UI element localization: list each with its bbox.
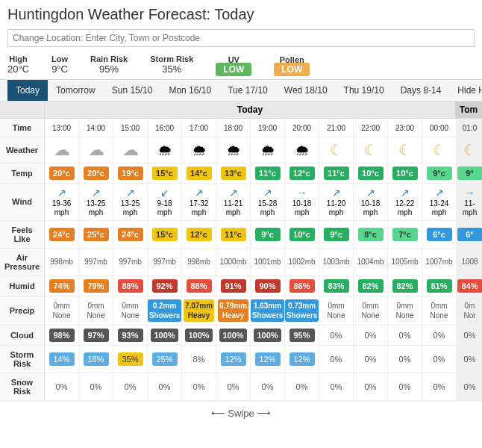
- nav-tab-days-8-14[interactable]: Days 8-14: [392, 80, 450, 101]
- table-row: 1007mb: [422, 249, 457, 276]
- weather-row: Weather ☁☁☁🌧🌧🌧🌧🌧☾☾☾☾☾: [0, 137, 482, 164]
- nav-tab-sun-15-10[interactable]: Sun 15/10: [104, 80, 161, 101]
- table-row: 79%: [79, 276, 113, 296]
- table-row: 14°c: [182, 164, 216, 183]
- table-row: 997mb: [113, 249, 148, 276]
- today-cells-header: Today Tom: [45, 102, 482, 118]
- ap-row: Air Pressure 998mb997mb997mb997mb998mb10…: [0, 249, 482, 276]
- table-row: 0%: [354, 326, 388, 345]
- table-row: 🌧: [216, 137, 251, 163]
- nav-tab-today[interactable]: Today: [7, 80, 48, 101]
- time-row-label: Time: [0, 119, 45, 137]
- table-row: 14%: [45, 346, 79, 373]
- table-row: 7°c: [388, 221, 422, 248]
- table-row: 10°c: [354, 164, 388, 183]
- temp-row: Temp 20°c20°c19°c15°c14°c13°c11°c12°c11°…: [0, 164, 482, 184]
- today-label: [0, 102, 45, 118]
- feels-row-label: Feels Like: [0, 221, 45, 248]
- location-input[interactable]: [7, 29, 475, 47]
- table-row: 6°: [457, 221, 482, 248]
- table-row: 81%: [422, 276, 457, 296]
- table-row: 0%: [216, 373, 251, 400]
- table-row: ↗19-36 mph: [45, 184, 79, 220]
- nav-tab-mon-16-10[interactable]: Mon 16/10: [160, 80, 219, 101]
- table-row: 0%: [79, 373, 113, 400]
- table-row: ↗11-21 mph: [216, 184, 251, 220]
- precip-row: Precip 0mm None0mm None0mm None0.2mm Sho…: [0, 296, 482, 326]
- table-row: 21:00: [319, 119, 354, 137]
- temp-row-cells: 20°c20°c19°c15°c14°c13°c11°c12°c11°c10°c…: [45, 164, 482, 183]
- ap-row-label: Air Pressure: [0, 249, 45, 276]
- table-row: 9°c: [251, 221, 285, 248]
- nav-tab-tomorrow[interactable]: Tomorrow: [48, 80, 104, 101]
- table-row: 11°c: [319, 164, 354, 183]
- precip-row-cells: 0mm None0mm None0mm None0.2mm Showers7.0…: [45, 296, 482, 325]
- nav-tab-hide-hourly[interactable]: Hide Hourly: [449, 80, 482, 101]
- table-row: ☾: [319, 137, 354, 163]
- table-row: →11- mph: [457, 184, 482, 220]
- storm-row-label: Storm Risk: [0, 346, 45, 373]
- uv-index: UV LOW: [216, 55, 251, 75]
- table-row: ↗13-25 mph: [79, 184, 113, 220]
- table-row: 74%: [45, 276, 79, 296]
- table-row: →10-18 mph: [285, 184, 319, 220]
- table-row: 0%: [422, 346, 457, 373]
- table-row: 🌧: [251, 137, 285, 163]
- table-row: 13:00: [45, 119, 79, 137]
- table-row: 20°c: [79, 164, 113, 183]
- table-row: 00:00: [422, 119, 457, 137]
- table-row: 0mm None: [113, 296, 148, 325]
- table-row: 12%: [216, 346, 251, 373]
- table-row: 15°c: [148, 164, 182, 183]
- table-row: 0mm None: [45, 296, 79, 325]
- time-row: Time 13:0014:0015:0016:0017:0018:0019:00…: [0, 119, 482, 137]
- table-row: 0%: [422, 373, 457, 400]
- table-row: ☾: [354, 137, 388, 163]
- high-value: 20°C: [7, 63, 29, 75]
- table-row: 82%: [388, 276, 422, 296]
- table-row: 86%: [285, 276, 319, 296]
- table-row: 12°c: [182, 221, 216, 248]
- table-row: 12°c: [285, 164, 319, 183]
- today-span: Today: [45, 102, 455, 118]
- ap-row-cells: 998mb997mb997mb997mb998mb1000mb1001mb100…: [45, 249, 482, 276]
- table-row: 0mm None: [319, 296, 354, 325]
- nav-tab-thu-19-10[interactable]: Thu 19/10: [336, 80, 392, 101]
- table-row: 16:00: [148, 119, 182, 137]
- nav-tabs: TodayTomorrowSun 15/10Mon 16/10Tue 17/10…: [0, 80, 482, 102]
- weather-row-cells: ☁☁☁🌧🌧🌧🌧🌧☾☾☾☾☾: [45, 137, 482, 163]
- table-row: 17:00: [182, 119, 216, 137]
- table-row: 24°c: [45, 221, 79, 248]
- table-row: 15°c: [148, 221, 182, 248]
- table-row: ☾: [388, 137, 422, 163]
- pollen-index: Pollen LOW: [274, 55, 310, 75]
- table-row: 0%: [148, 373, 182, 400]
- table-row: 1001mb: [251, 249, 285, 276]
- temp-row-label: Temp: [0, 164, 45, 183]
- rain-value: 95%: [90, 63, 128, 75]
- table-row: ↙9-18 mph: [148, 184, 182, 220]
- table-row: 88%: [113, 276, 148, 296]
- table-row: 0%: [388, 373, 422, 400]
- location-input-container[interactable]: [7, 29, 475, 47]
- storm-label: Storm Risk: [150, 55, 193, 63]
- table-row: 83%: [319, 276, 354, 296]
- table-row: 13°c: [216, 164, 251, 183]
- table-row: 0.73mm Showers: [285, 296, 319, 325]
- nav-tab-wed-18-10[interactable]: Wed 18/10: [276, 80, 336, 101]
- nav-tab-tue-17-10[interactable]: Tue 17/10: [219, 80, 276, 101]
- table-row: 11°c: [216, 221, 251, 248]
- table-row: 1.63mm Showers: [251, 296, 285, 325]
- table-row: 🌧: [182, 137, 216, 163]
- table-row: 0%: [319, 346, 354, 373]
- tom-span: Tom: [455, 102, 482, 118]
- table-row: ↗11-20 mph: [319, 184, 354, 220]
- table-row: 997mb: [148, 249, 182, 276]
- table-row: 0%: [251, 373, 285, 400]
- summary-bar: High 20°C Low 9°C Rain Risk 95% Storm Ri…: [0, 50, 482, 80]
- rain-label: Rain Risk: [90, 55, 128, 63]
- table-row: 6.79mm Heavy: [216, 296, 251, 325]
- table-row: 1005mb: [388, 249, 422, 276]
- page-title: Huntingdon Weather Forecast: Today: [7, 6, 475, 23]
- table-row: 0%: [457, 373, 482, 400]
